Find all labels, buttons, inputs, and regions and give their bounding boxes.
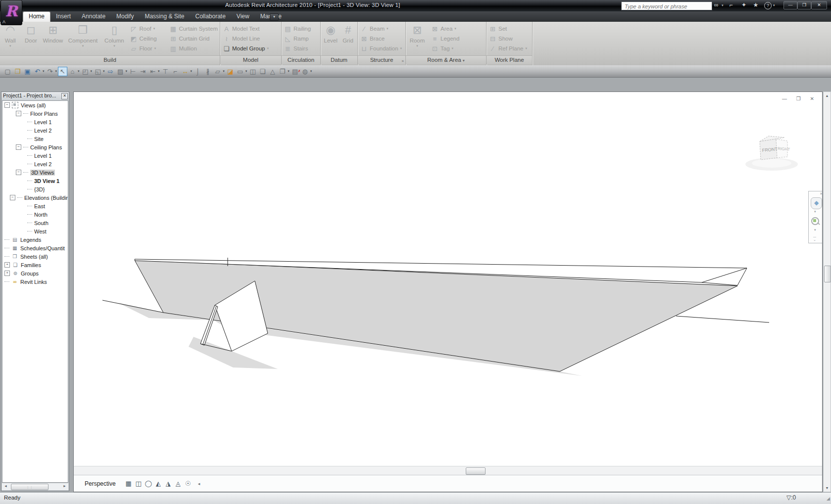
component-button[interactable]: ❒ Component ▾ [65,23,101,55]
view-vscroll-thumb[interactable] [824,266,831,282]
tree-item-north[interactable]: North [2,210,68,219]
model-line-button[interactable]: ≀ Model Line [222,34,279,44]
navbar-close-icon[interactable]: ✕ [820,192,822,196]
crop-region-icon[interactable]: ☉ [183,480,193,487]
expand-toggle[interactable]: + [4,262,10,268]
scroll-down-icon[interactable]: ▼ [825,486,830,490]
view-scale-label[interactable]: Perspective [85,480,116,487]
modify-cursor-icon[interactable]: ↖ [58,67,67,76]
region-icon[interactable]: ▨ [116,67,125,76]
scroll-left-icon[interactable]: ◄ [4,484,7,488]
purge-icon[interactable]: △ [268,67,277,76]
expand-toggle[interactable]: + [4,271,10,276]
column-button[interactable]: ▯ Column ▾ [101,23,127,55]
restore-button[interactable]: ❐ [797,1,811,9]
switch-windows-icon[interactable]: ❐ [278,67,287,76]
tree-item-site[interactable]: Site [2,135,68,143]
tab-home[interactable]: Home [23,11,50,22]
zoom-caret-icon[interactable]: ▾ [814,228,816,232]
tree-item-schedules[interactable]: ▦Schedules/Quantit [2,244,68,252]
foundation-caret-icon[interactable]: ▾ [400,46,402,50]
tree-item-sheets[interactable]: ❒Sheets (all) [2,252,68,261]
tree-item-legends[interactable]: ▤Legends [2,235,68,244]
offset-icon[interactable]: ⇤ [148,67,157,76]
tree-item-west[interactable]: West [2,227,68,235]
curtain-system-button[interactable]: ▦ Curtain System [169,24,218,34]
component-caret-icon[interactable]: ▾ [82,44,84,47]
view-window-controls[interactable]: — ❐ ✕ [782,96,818,101]
scroll-right-icon[interactable]: ► [63,484,66,488]
roof-caret-icon[interactable]: ▾ [153,27,155,31]
room-button[interactable]: ⊠ Room ▾ [406,23,429,55]
tab-view[interactable]: View [231,11,255,22]
view-horizontal-scrollbar[interactable] [74,466,822,475]
new-icon[interactable]: ▢ [3,67,12,76]
foundation-button[interactable]: ⊔ Foundation ▾ [360,44,403,53]
tab-insert[interactable]: Insert [50,11,76,22]
view-caret-icon[interactable]: ▾ [78,69,80,73]
ribbon-minimize-button[interactable]: ▾ [270,13,279,21]
undo-caret-icon[interactable]: ▾ [43,69,45,73]
search-dropdown-icon[interactable]: ▾ [722,3,724,7]
measure-caret-icon[interactable]: ▾ [191,69,193,73]
zoom-button[interactable] [811,217,821,227]
model-text-button[interactable]: A Model Text [222,24,279,34]
panel-label-room-area[interactable]: Room & Area▾ [406,55,486,64]
tab-massing-site[interactable]: Massing & Site [139,11,190,22]
component-caret2-icon[interactable]: ▾ [91,69,93,73]
panel-label-structure[interactable]: Structure» [358,55,405,64]
brace-button[interactable]: ⊠ Brace [360,34,403,44]
print-icon[interactable]: ▤✗ [291,67,300,76]
tag-caret-icon[interactable]: ▾ [452,46,454,50]
tree-item-groups[interactable]: +⊚Groups [2,269,68,277]
project-browser-title[interactable]: Project1 - Project bro... ✕ [1,92,69,100]
area-button[interactable]: ⊠ Area ▾ [431,24,476,34]
panel-expander-icon[interactable]: » [402,57,404,65]
favorites-icon[interactable]: ★ [751,1,760,8]
help-dropdown-icon[interactable]: ▾ [773,3,775,7]
render-caret-icon[interactable]: ▾ [310,69,312,73]
key-icon[interactable]: ⌐ [727,1,735,8]
open-icon[interactable]: ❒ [13,67,22,76]
set-button[interactable]: ⊞ Set [489,24,530,34]
ramp-button[interactable]: ◺ Ramp [284,34,318,44]
component-tool-icon[interactable]: ◰ [81,67,90,76]
level-button[interactable]: ◉ Level [322,23,340,55]
help-icon[interactable]: ? [764,2,772,9]
viewbar-collapse-icon[interactable]: ◂ [198,481,200,486]
undo-icon[interactable]: ↶ [33,67,42,76]
tree-item-ceiling-level1[interactable]: Level 1 [2,151,68,160]
navbar-more-icon[interactable]: ⌄ [813,237,816,242]
tree-item-ceiling-level2[interactable]: Level 2 [2,160,68,168]
legend-button[interactable]: ≡ Legend [431,34,476,44]
scale-icon[interactable]: ▦ [124,480,134,487]
room-area-caret-icon[interactable]: ▾ [463,58,465,63]
detail-level-icon[interactable]: ◫ [134,480,144,487]
ceiling-button[interactable]: ◩ Ceiling [129,34,165,44]
floor-caret-icon[interactable]: ▾ [154,46,156,50]
model-graphics-style-icon[interactable]: ◯ [144,480,153,487]
beam-caret-icon[interactable]: ▾ [387,27,389,31]
ref-plane-button[interactable]: ∕ Ref Plane ▾ [489,44,530,53]
split-icon[interactable]: ⊤ [161,67,170,76]
wheel-caret-icon[interactable]: ▾ [814,210,816,214]
view-cube[interactable]: FRONT RIGHT [745,136,798,171]
door-button[interactable]: ◻ Door [21,23,42,55]
window-button[interactable]: ⊞ Window [41,23,64,55]
view-hscroll-thumb[interactable] [466,467,486,475]
tree-item-elevations[interactable]: −Elevations (Buildir [2,193,68,202]
3d-view-canvas[interactable]: FRONT RIGHT — ❐ ✕ ✕ ◆ ▾ ▾ ⌄ [74,92,822,466]
cascade-windows-icon[interactable]: ❏ [258,67,267,76]
linework-caret-icon[interactable]: ▾ [245,69,247,73]
mullion-button[interactable]: ▥ Mullion [169,44,218,53]
demolish-icon[interactable]: ∦ [203,67,212,76]
tree-item-3d-views[interactable]: −3D Views [2,168,68,177]
tab-collaborate[interactable]: Collaborate [190,11,231,22]
cope-icon[interactable]: ▱ [213,67,222,76]
area-caret-icon[interactable]: ▾ [454,27,456,31]
room-caret-icon[interactable]: ▾ [416,44,418,47]
default-3d-view-icon[interactable]: ⌂ [68,67,77,76]
stairs-button[interactable]: ≣ Stairs [284,44,318,53]
pipe-icon[interactable]: ⌡ [193,67,202,76]
steering-wheel-button[interactable]: ◆ [811,197,822,209]
